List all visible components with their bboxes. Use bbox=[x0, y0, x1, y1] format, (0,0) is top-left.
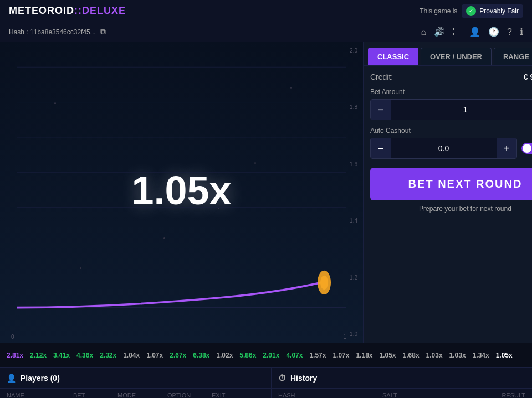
auto-cashout-label: Auto Cashout bbox=[370, 127, 532, 135]
main-content: 1.05x 2.0 1.8 1.6 1.4 1.2 1.0 0 bbox=[0, 42, 532, 343]
players-panel-title: Players (0) bbox=[21, 374, 60, 383]
history-chip: 2.01x bbox=[263, 352, 279, 359]
question-icon[interactable]: ? bbox=[507, 27, 512, 37]
volume-icon[interactable]: 🔊 bbox=[434, 27, 445, 37]
cashout-plus-button[interactable]: + bbox=[497, 138, 516, 158]
history-chip: 1.05x bbox=[380, 352, 396, 359]
bet-next-round-button[interactable]: BET NEXT ROUND bbox=[370, 168, 532, 200]
history-chip: 2.67x bbox=[170, 352, 186, 359]
bet-amount-input[interactable] bbox=[391, 105, 532, 114]
this-game-is-text: This game is bbox=[420, 7, 457, 15]
tabs: CLASSIC OVER / UNDER RANGE bbox=[364, 42, 532, 66]
history-chip: 1.07x bbox=[146, 352, 163, 359]
dot-decoration bbox=[54, 102, 56, 104]
history-chip: 3.41x bbox=[53, 352, 70, 359]
header-right: This game is ✓ Provably Fair bbox=[420, 4, 523, 18]
auto-cashout-row: − + OFF bbox=[370, 138, 532, 159]
col-name: NAME bbox=[7, 392, 73, 398]
chart-svg bbox=[0, 42, 363, 343]
history-chip: 1.04x bbox=[123, 352, 140, 359]
toggle-knob bbox=[523, 144, 531, 153]
dot-decoration bbox=[163, 237, 165, 239]
players-icon: 👤 bbox=[7, 374, 16, 383]
history-bar: 2.81x 2.12x 3.41x 4.36x 2.32x 1.04x 1.07… bbox=[0, 343, 532, 368]
logo: METEOROID::DELUXE bbox=[9, 5, 126, 17]
users-icon[interactable]: 👤 bbox=[469, 27, 480, 37]
col-result: Result bbox=[487, 392, 525, 398]
col-hash: Hash bbox=[278, 392, 382, 398]
history-chip: 2.32x bbox=[100, 352, 116, 359]
history-icon: ⏱ bbox=[278, 374, 286, 383]
history-chip: 1.03x bbox=[449, 352, 466, 359]
history-chip: 1.57x bbox=[309, 352, 326, 359]
auto-cashout-input[interactable] bbox=[391, 139, 497, 157]
col-bet: Bet bbox=[73, 392, 117, 398]
hash-bar: Hash : 11ba8e3546cc32f45... ⧉ ⌂ 🔊 ⛶ 👤 🕐 … bbox=[0, 22, 532, 42]
copy-hash-icon[interactable]: ⧉ bbox=[100, 27, 106, 37]
credit-row: Credit: € 9.996,70 bbox=[370, 73, 532, 81]
bet-amount-label: Bet Amount bbox=[370, 88, 532, 96]
history-chip: 4.36x bbox=[76, 352, 93, 359]
toolbar-icons: ⌂ 🔊 ⛶ 👤 🕐 ? ℹ bbox=[421, 27, 523, 37]
history-panel-title: History bbox=[290, 374, 317, 383]
history-chip: 2.81x bbox=[7, 352, 23, 359]
players-panel-header: 👤 Players (0) bbox=[0, 368, 271, 389]
bet-amount-row: − + bbox=[370, 99, 532, 120]
col-mode: MODE bbox=[117, 392, 167, 398]
bet-minus-button[interactable]: − bbox=[371, 100, 391, 120]
auto-cashout-input-wrap: − + bbox=[370, 138, 517, 159]
history-chip: 6.38x bbox=[193, 352, 209, 359]
home-icon[interactable]: ⌂ bbox=[421, 27, 426, 37]
history-chip: 5.86x bbox=[239, 352, 256, 359]
dot-decoration bbox=[218, 208, 219, 209]
history-chip-current: 1.05x bbox=[496, 352, 513, 359]
logo-meteor: METEOROID bbox=[9, 5, 74, 16]
history-panel-header: ⏱ History bbox=[272, 368, 532, 389]
tab-range[interactable]: RANGE bbox=[494, 48, 532, 65]
info-icon[interactable]: ℹ bbox=[520, 27, 523, 37]
col-exit: Exit bbox=[212, 392, 256, 398]
pf-check-icon: ✓ bbox=[466, 6, 476, 16]
players-panel: 👤 Players (0) NAME Bet MODE OPTION Exit … bbox=[0, 368, 272, 398]
history-chip: 2.12x bbox=[30, 352, 47, 359]
cashout-minus-button[interactable]: − bbox=[371, 138, 391, 158]
prepare-text: Prepare your bet for next round bbox=[370, 205, 532, 213]
tab-classic[interactable]: CLASSIC bbox=[368, 48, 418, 65]
credit-value: € 9.996,70 bbox=[524, 73, 532, 81]
svg-point-7 bbox=[320, 276, 328, 290]
chart-x-axis: 0 1 bbox=[11, 334, 346, 340]
history-chip: 1.34x bbox=[473, 352, 489, 359]
col-option: OPTION bbox=[167, 392, 212, 398]
hash-text: Hash : 11ba8e3546cc32f45... bbox=[9, 28, 96, 36]
credit-label: Credit: bbox=[370, 73, 393, 81]
history-chip: 4.07x bbox=[286, 352, 303, 359]
history-chip: 1.07x bbox=[332, 352, 349, 359]
logo-deluxe: ::DELUXE bbox=[74, 5, 126, 16]
auto-cashout-toggle[interactable] bbox=[521, 143, 532, 154]
panel-content: Credit: € 9.996,70 Bet Amount − + Auto C… bbox=[364, 66, 532, 343]
game-area: 1.05x 2.0 1.8 1.6 1.4 1.2 1.0 0 bbox=[0, 42, 363, 343]
history-chip: 1.18x bbox=[356, 352, 372, 359]
clock-icon[interactable]: 🕐 bbox=[488, 27, 499, 37]
history-chip: 1.03x bbox=[426, 352, 443, 359]
toggle-wrap: OFF bbox=[521, 143, 532, 154]
fullscreen-icon[interactable]: ⛶ bbox=[453, 27, 462, 37]
history-table-header: Hash Salt Result bbox=[272, 389, 532, 398]
history-panel: ⏱ History Hash Salt Result 99b6582bcfe13… bbox=[272, 368, 532, 398]
right-panel: CLASSIC OVER / UNDER RANGE Credit: € 9.9… bbox=[363, 42, 532, 343]
history-chip: 1.02x bbox=[216, 352, 233, 359]
col-salt: Salt bbox=[382, 392, 487, 398]
tab-over-under[interactable]: OVER / UNDER bbox=[421, 48, 492, 65]
provably-fair-badge[interactable]: ✓ Provably Fair bbox=[462, 4, 523, 18]
provably-fair-label: Provably Fair bbox=[479, 7, 519, 15]
bottom-panels: 👤 Players (0) NAME Bet MODE OPTION Exit … bbox=[0, 368, 532, 398]
header: METEOROID::DELUXE This game is ✓ Provabl… bbox=[0, 0, 532, 22]
players-table-header: NAME Bet MODE OPTION Exit Total Profit bbox=[0, 389, 271, 398]
history-chip: 1.68x bbox=[403, 352, 420, 359]
dot-decoration bbox=[254, 162, 256, 164]
